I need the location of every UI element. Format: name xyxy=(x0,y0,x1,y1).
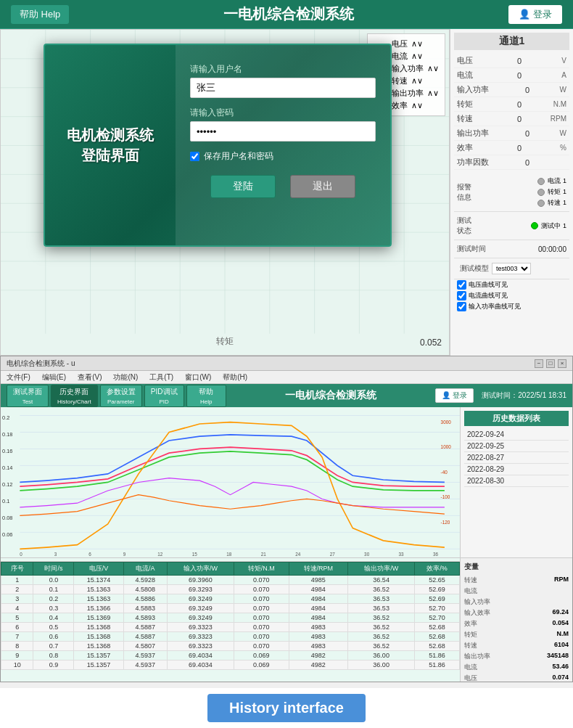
current-visible-check[interactable] xyxy=(457,291,466,300)
right-channel-panel: 通道1 电压 0 V 电流 0 A 输入功率 0 W 转矩 xyxy=(450,29,573,356)
login-button-top[interactable]: 👤 登录 xyxy=(508,5,562,24)
username-section: 请输入用户名 xyxy=(190,63,376,98)
svg-text:0.2: 0.2 xyxy=(2,414,9,421)
table-row: 70.615.13684.588769.33230.070498336.5252… xyxy=(1,631,460,641)
svg-text:30: 30 xyxy=(364,551,369,556)
table-row: 10.015.13744.592869.39600.070498536.5452… xyxy=(1,575,460,584)
history-data-table-area: 序号 时间/s 电压/V 电流/A 输入功率/W 转矩/N.M 转速/RPM 输… xyxy=(1,561,460,682)
th-efficiency: 效率/% xyxy=(415,562,460,575)
history-date-2[interactable]: 2022-09-25 xyxy=(464,441,569,452)
table-row: 40.315.13664.588369.32490.070498436.5352… xyxy=(1,603,460,613)
torque-row: 转矩 0 N.M xyxy=(454,97,569,112)
svg-text:0.06: 0.06 xyxy=(2,531,12,538)
voltage-row: 电压 0 V xyxy=(454,54,569,68)
app-menubar: 文件(F) 编辑(E) 查看(V) 功能(N) 工具(T) 窗口(W) 帮助(H… xyxy=(1,371,572,384)
close-button[interactable]: × xyxy=(558,359,566,368)
table-row: 20.115.13634.580869.32930.070498436.5252… xyxy=(1,584,460,594)
modal-left-panel: 电机检测系统 登陆界面 xyxy=(45,45,176,245)
svg-text:3: 3 xyxy=(54,551,57,556)
th-input-power: 输入功率/W xyxy=(167,562,234,575)
history-body: 0.2 0.18 0.16 0.14 0.12 0.1 0.08 0.06 xyxy=(1,407,572,682)
menu-tools[interactable]: 工具(T) xyxy=(147,372,176,383)
menu-view[interactable]: 查看(V) xyxy=(75,372,104,383)
svg-text:3000: 3000 xyxy=(441,420,451,425)
footer-label-area: History interface xyxy=(0,688,573,728)
th-voltage: 电压/V xyxy=(74,562,123,575)
chart-corner-value: 0.052 xyxy=(420,338,442,348)
modal-right-panel: 请输入用户名 请输入密码 保存用户名和密码 登陆 退出 xyxy=(176,45,390,245)
svg-text:0.12: 0.12 xyxy=(2,481,12,488)
alarm-section: 报警信息 电流 1 转矩 1 转速 1 xyxy=(454,173,569,212)
menu-file[interactable]: 文件(F) xyxy=(4,372,33,383)
history-list-section: 历史数据列表 2022-09-24 2022-09-25 2022-08-27 … xyxy=(461,407,572,558)
svg-text:21: 21 xyxy=(261,551,266,556)
user-icon: 👤 xyxy=(519,9,530,20)
history-table-body: 10.015.13744.592869.39600.070498536.5452… xyxy=(1,575,460,669)
password-section: 请输入密码 xyxy=(190,107,376,142)
history-list-title: 历史数据列表 xyxy=(464,411,569,426)
table-row: 80.715.13684.580769.33230.070498336.5252… xyxy=(1,641,460,650)
history-date-4[interactable]: 2022-08-29 xyxy=(464,464,569,475)
minimize-button[interactable]: − xyxy=(535,359,543,368)
th-torque: 转矩/N.M xyxy=(234,562,289,575)
var-row-1: 转速 RPM xyxy=(464,575,569,586)
password-input[interactable] xyxy=(190,121,376,142)
svg-text:-40: -40 xyxy=(441,470,448,475)
input-power-row: 输入功率 0 W xyxy=(454,83,569,97)
history-date-3[interactable]: 2022-08-27 xyxy=(464,452,569,464)
power-factor-row: 功率因数 0 xyxy=(454,155,569,170)
input-power-visible-check[interactable] xyxy=(457,302,466,311)
remember-checkbox[interactable] xyxy=(190,152,199,161)
tab-test[interactable]: 测试界面Test xyxy=(7,385,49,407)
tab-history[interactable]: 历史界面History/Chart xyxy=(51,385,98,407)
svg-text:0.18: 0.18 xyxy=(2,431,12,438)
var-row-9: 电流 53.46 xyxy=(464,662,569,673)
login-button-bottom[interactable]: 👤 登录 xyxy=(435,388,474,403)
remember-label: 保存用户名和密码 xyxy=(204,150,273,163)
login-modal: 电机检测系统 登陆界面 请输入用户名 请输入密码 保存用户名和密码 登陆 退出 xyxy=(44,44,392,247)
svg-text:0.16: 0.16 xyxy=(2,448,12,454)
help-button-top[interactable]: 帮助 Help xyxy=(11,5,69,24)
channel-title: 通道1 xyxy=(454,33,569,50)
maximize-button[interactable]: □ xyxy=(546,359,555,368)
rpm-row: 转速 0 RPM xyxy=(454,112,569,126)
modal-login-button[interactable]: 登陆 xyxy=(210,175,276,198)
history-data-table: 序号 时间/s 电压/V 电流/A 输入功率/W 转矩/N.M 转速/RPM 输… xyxy=(1,562,460,670)
var-row-7: 转速 6104 xyxy=(464,640,569,651)
th-output-power: 输出功率/W xyxy=(348,562,415,575)
username-input[interactable] xyxy=(190,78,376,98)
history-date-5[interactable]: 2022-08-30 xyxy=(464,475,569,487)
th-current: 电流/A xyxy=(123,562,167,575)
bottom-system-title: 一电机综合检测系统 xyxy=(228,389,434,402)
history-date-1[interactable]: 2022-09-24 xyxy=(464,429,569,441)
var-row-4: 输入效率 69.24 xyxy=(464,608,569,618)
top-section: 帮助 Help 一电机综合检测系统 👤 登录 xyxy=(0,0,573,356)
svg-text:33: 33 xyxy=(399,551,404,556)
menu-func[interactable]: 功能(N) xyxy=(111,372,140,383)
tab-pid[interactable]: PID调试PID xyxy=(144,385,184,407)
svg-text:-100: -100 xyxy=(441,494,450,499)
test-status-section: 测试状态 测试中 1 xyxy=(454,212,569,240)
svg-text:0.08: 0.08 xyxy=(2,515,12,521)
var-row-8: 输出功率 345148 xyxy=(464,651,569,662)
svg-text:9: 9 xyxy=(123,551,126,556)
tab-help[interactable]: 帮助Help xyxy=(186,385,226,407)
svg-text:24: 24 xyxy=(295,551,300,556)
history-right-panel: 历史数据列表 2022-09-24 2022-09-25 2022-08-27 … xyxy=(460,407,572,682)
menu-edit[interactable]: 编辑(E) xyxy=(40,372,68,383)
table-row: 60.515.13684.588769.33230.070498336.5252… xyxy=(1,622,460,631)
app-titlebar: 电机综合检测系统 - u − □ × xyxy=(1,356,572,371)
var-row-6: 转矩 N.M xyxy=(464,629,569,640)
app-title: 电机综合检测系统 - u xyxy=(7,359,75,369)
tab-params[interactable]: 参数设置Parameter xyxy=(100,385,142,407)
th-speed: 转速/RPM xyxy=(289,562,347,575)
top-system-title: 一电机综合检测系统 xyxy=(69,4,508,24)
menu-help[interactable]: 帮助(H) xyxy=(220,372,250,383)
table-header-row: 序号 时间/s 电压/V 电流/A 输入功率/W 转矩/N.M 转速/RPM 输… xyxy=(1,562,460,575)
svg-text:0.1: 0.1 xyxy=(2,498,9,504)
voltage-visible-check[interactable] xyxy=(457,280,466,290)
modal-exit-button[interactable]: 退出 xyxy=(290,175,355,198)
svg-text:12: 12 xyxy=(157,551,162,556)
test-model-select[interactable]: test003 xyxy=(492,263,531,274)
menu-window[interactable]: 窗口(W) xyxy=(183,372,213,383)
